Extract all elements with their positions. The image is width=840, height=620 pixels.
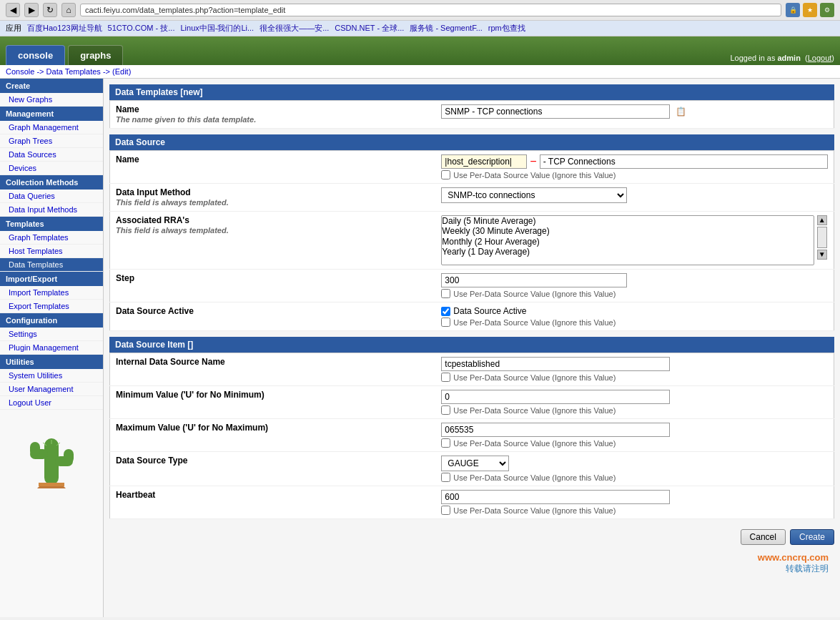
bookmark-6[interactable]: 服务镜 - SegmentF... (410, 23, 482, 34)
sidebar-item-data-queries[interactable]: Data Queries (0, 190, 103, 203)
back-button[interactable]: ◀ (6, 3, 20, 17)
ds-type-label: Data Source Type (110, 452, 436, 486)
sidebar-item-graph-management[interactable]: Graph Management (0, 121, 103, 134)
data-source-header: Data Source (109, 134, 834, 150)
rra-option-1[interactable]: Weekly (30 Minute Average) (442, 226, 813, 236)
cancel-button[interactable]: Cancel (741, 529, 786, 545)
ds-type-use-per-row: Use Per-Data Source Value (Ignore this V… (441, 473, 828, 482)
sidebar-item-user-management[interactable]: User Management (0, 383, 103, 396)
extension-icon-1[interactable]: 🔒 (786, 3, 800, 17)
rra-option-0[interactable]: Daily (5 Minute Average) (442, 216, 813, 226)
sidebar-item-export-templates[interactable]: Export Templates (0, 300, 103, 313)
sidebar-item-logout-user[interactable]: Logout User (0, 396, 103, 410)
min-value-use-per-checkbox[interactable] (441, 405, 450, 415)
sidebar-item-graph-templates[interactable]: Graph Templates (0, 231, 103, 245)
ds-name-use-per-checkbox[interactable] (441, 170, 450, 179)
bookmark-4[interactable]: 很全很强大——安... (260, 23, 329, 34)
data-templates-header: Data Templates [new] (109, 84, 834, 100)
data-source-active-main-checkbox[interactable] (441, 307, 450, 316)
min-value-cell: Use Per-Data Source Value (Ignore this V… (435, 386, 834, 419)
ds-name-part1-input[interactable] (441, 154, 527, 169)
sidebar-item-graph-trees[interactable]: Graph Trees (0, 134, 103, 148)
console-tab[interactable]: console (6, 45, 65, 65)
watermark: www.cncrq.com 转载请注明 (109, 549, 834, 578)
rra-scroll-up[interactable]: ▲ (817, 215, 827, 225)
data-input-method-select[interactable]: SNMP-tco connections (441, 187, 627, 203)
data-source-active-use-per-checkbox[interactable] (441, 318, 450, 327)
internal-ds-name-use-per-label: Use Per-Data Source Value (Ignore this V… (453, 373, 616, 382)
data-input-method-value-cell: SNMP-tco connections (435, 184, 834, 212)
heartbeat-input[interactable] (441, 490, 670, 504)
heartbeat-row: Heartbeat Use Per-Data Source Value (Ign… (110, 486, 834, 519)
breadcrumb-console[interactable]: Console (6, 67, 34, 76)
max-value-row: Maximum Value ('U' for No Maximum) Use P… (110, 419, 834, 452)
extension-icon-2[interactable]: ★ (803, 3, 817, 17)
rra-scrollbar[interactable]: ▲ ▼ (817, 215, 828, 260)
rra-option-2[interactable]: Monthly (2 Hour Average) (442, 237, 813, 247)
step-label: Step (110, 270, 436, 302)
sidebar-item-import-templates[interactable]: Import Templates (0, 286, 103, 300)
address-bar[interactable]: cacti.feiyu.com/data_templates.php?actio… (80, 4, 781, 16)
internal-ds-name-input[interactable] (441, 357, 670, 371)
breadcrumb-data-templates[interactable]: Data Templates (46, 67, 101, 76)
sidebar-item-data-sources[interactable]: Data Sources (0, 148, 103, 162)
svg-rect-4 (64, 449, 74, 463)
min-value-input[interactable] (441, 390, 670, 404)
sidebar-item-settings[interactable]: Settings (0, 328, 103, 341)
step-input[interactable] (441, 273, 627, 287)
data-source-active-row: Data Source Active Data Source Active Us… (110, 302, 834, 331)
extension-icon-3[interactable]: ⚙ (820, 3, 834, 17)
ds-name-container: − (441, 154, 828, 169)
ds-type-use-per-checkbox[interactable] (441, 473, 450, 482)
data-source-active-check-row: Data Source Active (441, 306, 828, 316)
breadcrumb: Console -> Data Templates -> (Edit) (0, 65, 840, 79)
min-value-label: Minimum Value ('U' for No Minimum) (110, 386, 436, 419)
data-source-active-use-per-label: Use Per-Data Source Value (Ignore this V… (453, 318, 616, 327)
rra-option-3[interactable]: Yearly (1 Day Average) (442, 247, 813, 257)
bookmark-7[interactable]: rpm包查找 (488, 23, 525, 34)
bookmark-2[interactable]: 51CTO.COM - 技... (108, 23, 175, 34)
svg-rect-6 (39, 483, 64, 486)
ds-name-part2-input[interactable] (540, 154, 828, 169)
create-button[interactable]: Create (790, 529, 834, 545)
header-user-info: Logged in as admin (Logout) (730, 54, 834, 65)
name-row: Name The name given to this data templat… (110, 101, 834, 129)
ds-type-row: Data Source Type GAUGE COUNTER DERIVE AB… (110, 452, 834, 486)
max-value-input[interactable] (441, 423, 670, 437)
step-use-per-label: Use Per-Data Source Value (Ignore this V… (453, 290, 616, 298)
button-row: Cancel Create (109, 525, 834, 549)
heartbeat-use-per-row: Use Per-Data Source Value (Ignore this V… (441, 506, 828, 515)
step-use-per-row: Use Per-Data Source Value (Ignore this V… (441, 289, 828, 298)
data-source-item-table: Internal Data Source Name 定义DS Use (109, 353, 834, 519)
forward-button[interactable]: ▶ (24, 3, 39, 17)
heartbeat-value-cell: Use Per-Data Source Value (Ignore this V… (435, 486, 834, 519)
sidebar-item-plugin-management[interactable]: Plugin Management (0, 341, 103, 355)
sidebar-item-devices[interactable]: Devices (0, 162, 103, 175)
sidebar-item-data-templates[interactable]: Data Templates (0, 258, 103, 272)
step-use-per-checkbox[interactable] (441, 289, 450, 298)
ds-type-value-cell: GAUGE COUNTER DERIVE ABSOLUTE Use Per-Da… (435, 452, 834, 486)
data-source-active-text: Data Source Active (453, 306, 526, 316)
ds-name-use-per-label: Use Per-Data Source Value (Ignore this V… (453, 171, 616, 179)
bookmark-3[interactable]: Linux中国-我们的Li... (180, 23, 254, 34)
sidebar-item-new-graphs[interactable]: New Graphs (0, 93, 103, 107)
sidebar-item-data-input-methods[interactable]: Data Input Methods (0, 203, 103, 217)
rra-scroll-down[interactable]: ▼ (817, 250, 827, 260)
ds-type-select[interactable]: GAUGE COUNTER DERIVE ABSOLUTE (441, 456, 509, 471)
max-value-use-per-checkbox[interactable] (441, 438, 450, 448)
bookmark-5[interactable]: CSDN.NET - 全球... (335, 23, 404, 34)
rra-listbox[interactable]: Daily (5 Minute Average) Weekly (30 Minu… (441, 215, 814, 265)
internal-ds-name-use-per-checkbox[interactable] (441, 373, 450, 382)
sidebar-item-system-utilities[interactable]: System Utilities (0, 369, 103, 383)
refresh-button[interactable]: ↻ (43, 3, 57, 17)
watermark-line2: 转载请注明 (115, 563, 829, 575)
max-value-cell: Use Per-Data Source Value (Ignore this V… (435, 419, 834, 452)
bookmark-1[interactable]: 百度Hao123网址导航 (27, 23, 102, 34)
svg-rect-2 (30, 442, 40, 456)
name-input[interactable] (441, 104, 670, 119)
graphs-tab[interactable]: graphs (68, 45, 123, 65)
logout-link[interactable]: Logout (808, 54, 832, 62)
sidebar-item-host-templates[interactable]: Host Templates (0, 245, 103, 258)
heartbeat-use-per-checkbox[interactable] (441, 506, 450, 515)
home-button[interactable]: ⌂ (61, 3, 76, 17)
